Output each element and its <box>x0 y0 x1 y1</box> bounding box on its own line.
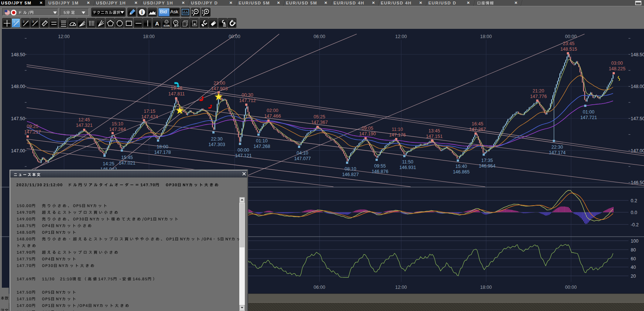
svg-text:i: i <box>141 10 143 15</box>
svg-text:A: A <box>155 20 159 27</box>
svg-text:147.176: 147.176 <box>389 132 405 138</box>
svg-text:147.121: 147.121 <box>235 153 251 158</box>
svg-text:16:45: 16:45 <box>472 121 483 126</box>
svg-text:ICON: ICON <box>164 24 170 27</box>
svg-text:147.174: 147.174 <box>549 150 565 155</box>
svg-text:06:00: 06:00 <box>314 285 325 290</box>
svg-text:147.776: 147.776 <box>530 94 547 99</box>
svg-text:12:45: 12:45 <box>78 117 90 122</box>
svg-text:148.50: 148.50 <box>11 52 25 57</box>
svg-text:147.178: 147.178 <box>154 150 171 155</box>
svg-text:147.321: 147.321 <box>76 123 92 128</box>
svg-text:23:00: 23:00 <box>213 81 225 86</box>
svg-text:12:00: 12:00 <box>58 34 69 39</box>
svg-text:00:00: 00:00 <box>565 285 576 290</box>
svg-text:2: 2 <box>23 20 25 23</box>
svg-text:06:00: 06:00 <box>314 34 325 39</box>
svg-text:18:00: 18:00 <box>480 34 491 39</box>
svg-text:03:00: 03:00 <box>611 61 623 66</box>
svg-text:18:00: 18:00 <box>157 144 168 149</box>
svg-text:01:10: 01:10 <box>256 138 267 143</box>
svg-text:147.712: 147.712 <box>239 98 256 103</box>
svg-text:147.190: 147.190 <box>359 131 376 136</box>
svg-text:147.811: 147.811 <box>168 91 185 97</box>
svg-text:147.50: 147.50 <box>631 116 644 121</box>
svg-text:12:00: 12:00 <box>395 34 407 39</box>
svg-text:15:10: 15:10 <box>112 121 123 126</box>
svg-text:147.021: 147.021 <box>119 160 135 166</box>
svg-text:08:10: 08:10 <box>345 166 356 172</box>
svg-text:148.00: 148.00 <box>631 84 644 89</box>
svg-text:3: 3 <box>32 20 34 23</box>
svg-text:22:30: 22:30 <box>211 136 222 142</box>
svg-text:00:30: 00:30 <box>242 92 253 98</box>
svg-text:146.954: 146.954 <box>479 163 495 169</box>
svg-text:147.077: 147.077 <box>294 156 311 161</box>
svg-text:40: 40 <box>631 265 636 270</box>
svg-text:09:05: 09:05 <box>362 126 373 131</box>
svg-text:05:25: 05:25 <box>314 114 325 119</box>
svg-text:23:45: 23:45 <box>563 41 574 46</box>
svg-text:18:00: 18:00 <box>143 34 154 39</box>
svg-text:148.515: 148.515 <box>560 47 577 52</box>
svg-text:09:55: 09:55 <box>374 163 386 169</box>
svg-text:147.903: 147.903 <box>211 86 227 91</box>
svg-text:11:50: 11:50 <box>402 159 413 165</box>
svg-text:146.827: 146.827 <box>342 172 359 177</box>
svg-text:17:15: 17:15 <box>144 109 155 114</box>
svg-text:148.50: 148.50 <box>631 52 644 57</box>
svg-text:13:45: 13:45 <box>428 128 440 133</box>
svg-text:09:25: 09:25 <box>27 124 38 129</box>
svg-text:147.217: 147.217 <box>24 129 41 135</box>
svg-text:15:40: 15:40 <box>455 164 467 169</box>
svg-text:147.367: 147.367 <box>311 120 328 125</box>
svg-text:148.00: 148.00 <box>11 84 25 89</box>
svg-text:00:00: 00:00 <box>565 34 576 39</box>
svg-text:147.303: 147.303 <box>208 142 225 147</box>
svg-text:147.50: 147.50 <box>11 116 25 121</box>
svg-text:147.268: 147.268 <box>253 144 270 149</box>
svg-text:02:00: 02:00 <box>267 108 278 113</box>
svg-text:15:45: 15:45 <box>121 155 133 160</box>
svg-text:147.00: 147.00 <box>11 148 25 153</box>
svg-text:12:00: 12:00 <box>395 285 407 290</box>
svg-text:147.151: 147.151 <box>426 134 442 139</box>
svg-text:147.264: 147.264 <box>109 127 126 132</box>
svg-text:147.721: 147.721 <box>580 115 597 120</box>
svg-text:0.0: 0.0 <box>631 210 637 215</box>
svg-text:146.876: 146.876 <box>371 169 388 174</box>
svg-text:04:10: 04:10 <box>297 151 308 156</box>
svg-text:80: 80 <box>631 247 636 253</box>
svg-text:01:00: 01:00 <box>583 109 594 115</box>
svg-text:18:00: 18:00 <box>480 285 491 290</box>
svg-text:19:45: 19:45 <box>171 86 182 91</box>
svg-text:22:30: 22:30 <box>551 145 563 150</box>
svg-text:148.225: 148.225 <box>609 66 625 71</box>
svg-text:-0.2: -0.2 <box>631 222 639 227</box>
svg-text:11:10: 11:10 <box>392 127 403 132</box>
svg-text:147.00: 147.00 <box>631 148 644 153</box>
svg-text:21:20: 21:20 <box>532 88 544 94</box>
svg-text:146.50: 146.50 <box>631 180 644 185</box>
svg-text:100: 100 <box>631 239 638 244</box>
svg-text:147.474: 147.474 <box>141 114 158 119</box>
svg-text:147.267: 147.267 <box>469 127 486 132</box>
svg-text:17:35: 17:35 <box>481 158 493 163</box>
svg-text:00:00: 00:00 <box>237 148 249 153</box>
svg-text:60: 60 <box>631 256 636 261</box>
svg-text:146.931: 146.931 <box>399 165 416 170</box>
svg-text:147.466: 147.466 <box>264 114 281 119</box>
svg-text:14:25: 14:25 <box>103 161 114 166</box>
svg-text:1: 1 <box>13 20 15 23</box>
svg-text:20: 20 <box>631 274 636 279</box>
svg-text:146.865: 146.865 <box>453 169 469 175</box>
svg-text:0.2: 0.2 <box>631 198 637 203</box>
